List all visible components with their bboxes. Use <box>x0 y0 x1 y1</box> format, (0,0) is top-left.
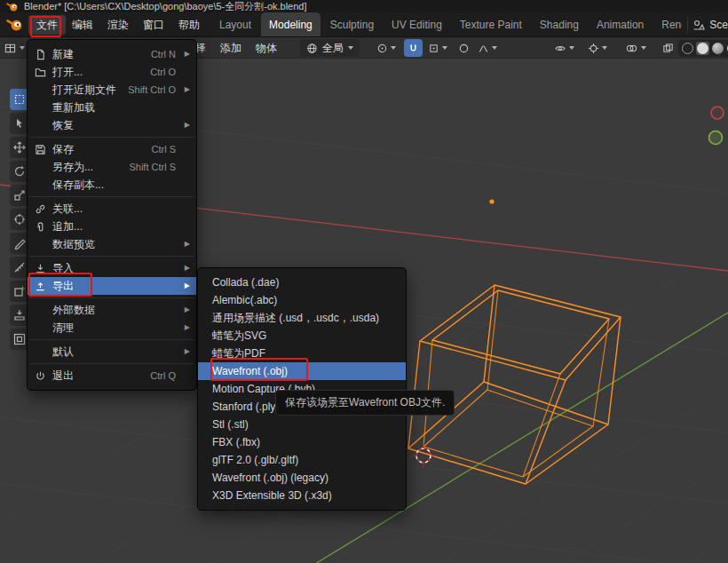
file-menu-item-clean-up[interactable]: 清理 <box>28 319 196 337</box>
move-icon <box>13 141 26 154</box>
menu-item-label: 关联... <box>52 202 170 217</box>
export-menu-item-gpencil-svg[interactable]: 蜡笔为SVG <box>198 327 406 345</box>
submenu-arrow-icon <box>181 343 190 361</box>
file-menu-item-link[interactable]: 关联... <box>28 200 196 218</box>
file-menu-item-external-data[interactable]: 外部数据 <box>28 301 196 319</box>
export-menu-item-wavefront-obj[interactable]: Wavefront (.obj) <box>198 362 406 380</box>
menu-item-label: 导出 <box>52 279 170 294</box>
menu-render[interactable]: 渲染 <box>99 15 137 35</box>
export-menu-item-gpencil-pdf[interactable]: 蜡笔为PDF <box>198 345 406 362</box>
scale-icon <box>13 189 26 202</box>
menu-item-label: 退出 <box>52 369 145 384</box>
menu-separator <box>29 137 194 138</box>
export-menu-item-usd[interactable]: 通用场景描述 (.usd，.usdc，.usda) <box>198 309 406 327</box>
annotate-pencil-icon <box>13 237 26 250</box>
file-menu-item-open-recent[interactable]: 打开近期文件 Shift Ctrl O <box>28 81 196 99</box>
shading-solid-button[interactable] <box>696 42 709 55</box>
file-menu-item-save-as[interactable]: 另存为... Shift Ctrl S <box>28 158 196 176</box>
submenu-arrow-icon <box>181 45 190 63</box>
export-menu-item-stl[interactable]: Stl (.stl) <box>198 416 406 433</box>
tab-modeling[interactable]: Modeling <box>261 12 320 37</box>
xray-toggle[interactable] <box>659 39 677 57</box>
file-menu-item-save-copy[interactable]: 保存副本... <box>28 176 196 194</box>
tooltip-text: 保存该场景至Wavefront OBJ文件. <box>285 396 445 408</box>
menu-window[interactable]: 窗口 <box>135 15 172 35</box>
menu-item-label: 另存为... <box>52 160 123 175</box>
folder-open-icon <box>34 67 47 78</box>
inset-icon <box>13 333 26 345</box>
submenu-arrow-icon <box>181 116 190 134</box>
overlays-dropdown[interactable] <box>621 39 650 57</box>
export-menu-item-collada[interactable]: Collada (.dae) <box>198 274 406 291</box>
menu-help[interactable]: 帮助 <box>170 15 208 35</box>
orientation-value: 全局 <box>322 41 344 56</box>
file-menu-item-quit[interactable]: 退出 Ctrl Q <box>28 367 196 385</box>
falloff-dropdown[interactable] <box>474 39 501 57</box>
chevron-down-icon <box>492 46 497 50</box>
scene-selector[interactable]: Sce <box>682 12 728 37</box>
blender-menu-button[interactable] <box>5 16 23 32</box>
file-menu-item-append[interactable]: 追加... <box>28 218 196 235</box>
topbar: 文件 编辑 渲染 窗口 帮助 Layout Modeling Sculpting… <box>0 12 728 37</box>
menu-separator <box>29 256 194 257</box>
visibility-icon <box>554 43 566 54</box>
file-menu-item-export[interactable]: 导出 <box>28 277 196 295</box>
tab-animation[interactable]: Animation <box>589 12 652 37</box>
file-menu-item-data-previews[interactable]: 数据预览 <box>28 235 196 253</box>
file-menu-panel: 新建 Ctrl N 打开... Ctrl O 打开近期文件 Shift Ctrl… <box>27 39 197 391</box>
menu-file[interactable]: 文件 <box>28 15 66 35</box>
shading-material-button[interactable] <box>711 42 724 55</box>
selected-object-wireframe[interactable] <box>408 285 621 484</box>
save-icon <box>34 144 47 155</box>
tab-texture-paint[interactable]: Texture Paint <box>452 12 530 37</box>
chevron-down-icon <box>569 46 574 50</box>
export-menu-item-alembic[interactable]: Alembic(.abc) <box>198 291 406 309</box>
file-menu-item-new[interactable]: 新建 Ctrl N <box>28 45 196 63</box>
file-menu-item-revert[interactable]: 重新加载 <box>28 99 196 116</box>
file-menu-item-defaults[interactable]: 默认 <box>28 343 196 361</box>
file-menu-item-import[interactable]: 导入 <box>28 259 196 277</box>
file-menu-item-recover[interactable]: 恢复 <box>28 116 196 134</box>
menu-separator <box>29 339 194 340</box>
tab-layout[interactable]: Layout <box>211 12 259 37</box>
link-icon <box>34 203 47 215</box>
menu-item-label: 保存 <box>52 142 146 157</box>
falloff-curve-icon <box>478 43 489 54</box>
file-new-icon <box>34 49 47 60</box>
nav-gizmo-x-ball[interactable] <box>711 107 724 119</box>
chevron-down-icon <box>391 46 396 50</box>
shortcut-label: Shift Ctrl S <box>129 162 176 172</box>
tab-sculpting[interactable]: Sculpting <box>322 12 382 37</box>
shading-mode-switch <box>678 40 728 57</box>
export-menu-item-gltf[interactable]: glTF 2.0 (.glb/.gltf) <box>198 451 406 469</box>
cursor-icon <box>13 117 26 130</box>
export-menu-item-fbx[interactable]: FBX (.fbx) <box>198 433 406 451</box>
chevron-down-icon <box>348 46 353 50</box>
tab-uv-editing[interactable]: UV Editing <box>384 12 450 37</box>
globe-icon <box>306 43 318 54</box>
export-menu-item-wavefront-legacy[interactable]: Wavefront (.obj) (legacy) <box>198 469 406 487</box>
editor-type-dropdown[interactable] <box>4 40 25 56</box>
transform-orientation-dropdown[interactable]: 全局 <box>300 39 360 57</box>
pivot-point-dropdown[interactable] <box>373 39 400 57</box>
transform-icon <box>13 213 26 226</box>
menu-item-label: 数据预览 <box>52 237 170 252</box>
editor-3d-viewport-icon <box>4 43 17 54</box>
proportional-edit-toggle[interactable] <box>455 39 473 57</box>
snap-target-dropdown[interactable] <box>424 39 451 57</box>
shortcut-label: Shift Ctrl O <box>128 84 176 95</box>
file-menu-item-open[interactable]: 打开... Ctrl O <box>28 63 196 81</box>
shading-wireframe-button[interactable] <box>681 42 694 55</box>
tab-shading[interactable]: Shading <box>532 12 587 37</box>
menu-add[interactable]: 添加 <box>215 39 247 57</box>
snap-toggle[interactable] <box>404 39 423 57</box>
nav-gizmo-y-ball[interactable] <box>709 131 723 145</box>
gizmo-dropdown[interactable] <box>584 39 611 57</box>
menu-object[interactable]: 物体 <box>250 39 282 57</box>
file-menu-item-save[interactable]: 保存 Ctrl S <box>28 140 196 158</box>
menu-edit[interactable]: 编辑 <box>64 15 101 35</box>
measure-ruler-icon <box>13 261 26 274</box>
visibility-dropdown[interactable] <box>550 39 578 57</box>
3d-cursor[interactable] <box>411 443 436 468</box>
export-menu-item-x3d[interactable]: X3D Extensible 3D (.x3d) <box>198 487 406 504</box>
